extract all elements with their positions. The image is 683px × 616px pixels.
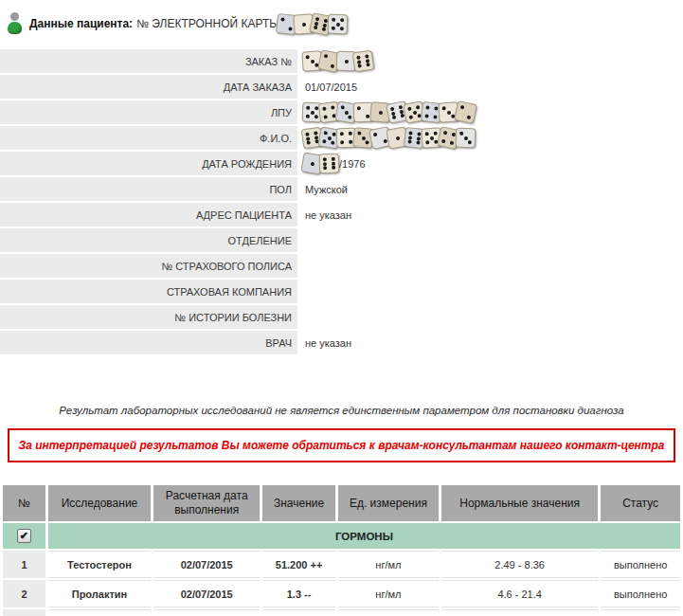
patient-info-row: СТРАХОВАЯ КОМПАНИЯ	[0, 280, 683, 303]
results-col-header: №	[3, 485, 45, 521]
patient-field-label: ДАТА РОЖДЕНИЯ	[0, 152, 297, 175]
patient-info-row: ЗАКАЗ №	[0, 49, 683, 73]
result-date: 02/07/2015	[153, 551, 260, 578]
result-test-name: Тестостерон	[48, 551, 151, 578]
redacted-value	[305, 127, 476, 150]
patient-field-label: № ИСТОРИИ БОЛЕЗНИ	[0, 305, 297, 329]
patient-field-value	[297, 280, 683, 303]
result-value: 25.1	[262, 609, 335, 616]
result-normal-range: 7.6 - 42.6	[441, 609, 598, 616]
result-row: 1 Тестостерон 02/07/2015 51.200 ++ нг/мл…	[3, 551, 680, 578]
results-col-header: Нормальные значения	[441, 485, 598, 521]
result-test-name: Эстрадиол	[48, 609, 151, 616]
patient-field-value: 01/07/2015	[297, 75, 683, 99]
group-row-hormones: ✔ ГОРМОНЫ	[3, 523, 680, 549]
dice-redaction-icon	[454, 100, 477, 124]
lab-results-page: Данные пациента: № ЭЛЕКТРОННОЙ КАРТЫ ЗАК…	[0, 0, 683, 616]
patient-info-row: № ИСТОРИИ БОЛЕЗНИ	[0, 305, 683, 329]
patient-field-label: ЗАКАЗ №	[0, 49, 297, 73]
result-value: 51.200 ++	[262, 551, 335, 578]
patient-field-text: Мужской	[305, 184, 348, 195]
patient-field-value: /1976	[297, 152, 683, 175]
group-checkbox[interactable]: ✔	[17, 529, 31, 543]
results-col-header: Статус	[601, 485, 680, 521]
card-number-redaction	[279, 12, 348, 35]
patient-field-label: ВРАЧ	[0, 331, 297, 354]
results-col-header: Значение	[262, 485, 335, 521]
result-date: 02/07/2015	[153, 609, 260, 616]
card-number-label: № ЭЛЕКТРОННОЙ КАРТЫ	[136, 17, 279, 30]
patient-icon-head	[10, 12, 19, 21]
patient-field-label: ПОЛ	[0, 177, 297, 201]
patient-info-row: ОТДЕЛЕНИЕ	[0, 228, 683, 252]
redacted-value	[305, 153, 339, 175]
results-table: №ИсследованиеРасчетная дата выполненияЗн…	[0, 483, 683, 616]
patient-icon	[7, 12, 23, 35]
patient-info-row: АДРЕС ПАЦИЕНТА не указан	[0, 203, 683, 226]
patient-info-row: ВРАЧ не указан	[0, 331, 683, 354]
result-status: выполнено	[601, 609, 680, 616]
patient-field-value: не указан	[297, 203, 683, 226]
redacted-value	[305, 50, 373, 73]
dice-redaction-icon	[328, 13, 349, 34]
group-title: ГОРМОНЫ	[48, 523, 680, 549]
patient-field-value	[297, 254, 683, 278]
patient-field-text: /1976	[339, 158, 366, 170]
patient-info-row: ЛПУ	[0, 100, 683, 124]
patient-field-value	[297, 305, 683, 329]
result-normal-range: 2.49 - 8.36	[441, 551, 598, 578]
results-header-row: №ИсследованиеРасчетная дата выполненияЗн…	[3, 485, 680, 521]
result-normal-range: 4.6 - 21.4	[441, 580, 598, 607]
patient-field-value: не указан	[297, 331, 683, 354]
dice-redaction-icon	[456, 128, 476, 149]
patient-data-header: Данные пациента: № ЭЛЕКТРОННОЙ КАРТЫ	[0, 0, 683, 38]
result-row: 3 Эстрадиол 02/07/2015 25.1 пг/мл 7.6 - …	[3, 609, 680, 616]
patient-field-value: Мужской	[297, 177, 683, 201]
patient-info-row: № СТРАХОВОГО ПОЛИСА	[0, 254, 683, 278]
patient-info-row: ДАТА ЗАКАЗА 01/07/2015	[0, 75, 683, 99]
redacted-value	[305, 101, 476, 124]
patient-info-row: ДАТА РОЖДЕНИЯ /1976	[0, 152, 683, 175]
results-col-header: Расчетная дата выполнения	[153, 485, 260, 521]
result-date: 02/07/2015	[153, 580, 260, 607]
patient-field-value	[297, 100, 683, 124]
result-unit: нг/мл	[338, 551, 439, 578]
results-col-header: Исследование	[48, 485, 151, 521]
patient-field-label: Ф.И.О.	[0, 126, 297, 150]
group-checkbox-cell: ✔	[3, 523, 45, 549]
patient-info-table: ЗАКАЗ № ДАТА ЗАКАЗА 01/07/2015 ЛПУ Ф.И.О…	[0, 49, 683, 354]
patient-field-value	[297, 228, 683, 252]
dice-redaction-icon	[352, 50, 375, 73]
results-col-header: Ед. измерения	[338, 485, 439, 521]
result-test-name: Пролактин	[48, 580, 151, 607]
patient-info-row: ПОЛ Мужской	[0, 177, 683, 201]
patient-info-row: Ф.И.О.	[0, 126, 683, 150]
patient-field-text: не указан	[305, 337, 351, 349]
patient-field-label: № СТРАХОВОГО ПОЛИСА	[0, 254, 297, 278]
result-num: 3	[3, 609, 45, 616]
result-status: выполнено	[601, 551, 680, 578]
patient-field-label: ЛПУ	[0, 100, 297, 124]
patient-field-text: 01/07/2015	[305, 82, 357, 93]
page-title: Данные пациента:	[29, 17, 133, 30]
result-num: 1	[3, 551, 45, 578]
patient-field-value	[297, 126, 683, 150]
patient-field-label: ДАТА ЗАКАЗА	[0, 75, 297, 99]
patient-field-label: СТРАХОВАЯ КОМПАНИЯ	[0, 280, 297, 303]
patient-field-label: ОТДЕЛЕНИЕ	[0, 228, 297, 252]
patient-field-label: АДРЕС ПАЦИЕНТА	[0, 203, 297, 226]
result-value: 1.3 --	[262, 580, 335, 607]
patient-field-value	[297, 49, 683, 73]
patient-field-text: не указан	[305, 209, 351, 221]
result-row: 2 Пролактин 02/07/2015 1.3 -- нг/мл 4.6 …	[3, 580, 680, 607]
result-num: 2	[3, 580, 45, 607]
dice-redaction-icon	[319, 154, 340, 174]
result-unit: пг/мл	[338, 609, 439, 616]
patient-icon-body	[8, 22, 22, 34]
result-unit: нг/мл	[338, 580, 439, 607]
lab-disclaimer-text: Результат лабораторных исследований не я…	[0, 405, 683, 416]
contact-center-notice: За интерпретацией результатов Вы можете …	[8, 428, 675, 462]
result-status: выполнено	[601, 580, 680, 607]
